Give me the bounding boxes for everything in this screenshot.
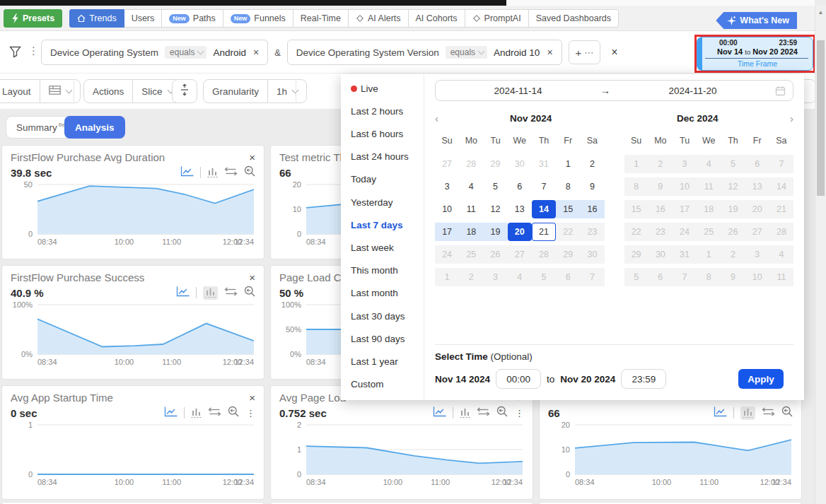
date-preset-last-month[interactable]: Last month [351,286,424,300]
filter-operator-dropdown[interactable]: equals [165,46,206,59]
calendar-day-nov-12[interactable]: 12 [483,200,507,218]
card-menu-icon[interactable]: ⋮ [246,408,255,418]
nav-item-trends[interactable]: Trends [69,9,124,28]
close-card-icon[interactable]: × [249,392,255,403]
compare-swap-icon[interactable] [477,406,490,419]
calendar-day-nov-13[interactable]: 13 [508,200,532,218]
date-preset-yesterday[interactable]: Yesterday [351,195,424,209]
date-preset-live[interactable]: Live [351,81,424,95]
toolbar-divider [296,81,296,102]
clear-filters-button[interactable]: × [611,46,617,59]
calendar-day-nov-28[interactable]: 28 [459,155,483,173]
filter-funnel-icon[interactable] [8,45,22,61]
calendar-day-nov-15[interactable]: 15 [556,200,580,218]
nav-item-presets[interactable]: Presets [4,9,62,28]
from-time-input[interactable]: 00:00 [496,369,541,389]
calendar-day-nov-16[interactable]: 16 [580,200,604,218]
bar-chart-icon[interactable] [203,286,218,300]
to-time-input[interactable]: 23:59 [621,369,666,389]
calendar-day-nov-9[interactable]: 9 [580,177,604,196]
line-chart-icon[interactable] [176,286,190,300]
date-preset-today[interactable]: Today [351,172,424,187]
calendar-day-nov-7[interactable]: 7 [532,177,556,196]
nav-item-promptai[interactable]: PromptAI [465,9,529,28]
remove-filter-icon[interactable]: × [253,47,259,58]
add-filter-button[interactable]: +⋯ [569,40,601,64]
calendar-day-nov-2[interactable]: 2 [580,155,604,173]
date-preset-last-7-days[interactable]: Last 7 days [351,218,424,232]
zoom-icon[interactable] [228,406,239,420]
date-range-input[interactable]: 2024-11-14 → 2024-11-20 [435,80,793,101]
date-preset-last-30-days[interactable]: Last 30 days [351,309,424,323]
calendar-day-nov-6[interactable]: 6 [508,177,532,196]
remove-filter-icon[interactable]: × [547,47,552,58]
calendar-day-nov-21[interactable]: 21 [532,223,556,241]
apply-button[interactable]: Apply [738,369,784,389]
whats-new-button[interactable]: What's New [716,12,797,29]
compare-swap-icon[interactable] [224,286,238,299]
zoom-icon[interactable] [496,406,508,420]
line-chart-icon[interactable] [180,166,194,180]
card-menu-icon[interactable]: ⋮ [515,408,524,418]
calendar-day-nov-29[interactable]: 29 [483,155,507,173]
tab-analysis[interactable]: Analysis [64,116,125,139]
compare-swap-icon[interactable] [208,406,221,419]
filter-chip-device-operating-system-version[interactable]: Device Operating System VersionequalsAnd… [287,40,562,65]
calendar-day-nov-14[interactable]: 14 [532,200,556,218]
compare-swap-icon[interactable] [224,166,238,179]
timeframe-widget[interactable]: 00:00 23:59 Nov 14 to Nov 20 2024 Time F… [697,37,813,71]
calendar-day-nov-19[interactable]: 19 [483,223,507,241]
calendar-day-nov-1[interactable]: 1 [556,155,580,173]
bar-chart-icon[interactable] [207,168,218,178]
page-scrollbar[interactable]: ▲ [815,6,826,504]
date-preset-this-month[interactable]: This month [351,264,424,278]
calendar-day-nov-17[interactable]: 17 [435,223,459,241]
line-chart-icon[interactable] [714,406,727,420]
split-view-button[interactable] [172,79,197,103]
zoom-icon[interactable] [244,286,255,300]
calendar-day-nov-18[interactable]: 18 [459,223,483,241]
calendar-day-nov-11[interactable]: 11 [459,200,483,218]
nav-item-saved-dashboards[interactable]: Saved Dashboards [528,9,619,28]
date-preset-last-2-hours[interactable]: Last 2 hours [351,104,424,118]
nav-item-real-time[interactable]: Real-Time [293,9,349,28]
calendar-day-nov-8[interactable]: 8 [556,177,580,196]
date-preset-last-90-days[interactable]: Last 90 days [351,332,424,346]
scrollbar-up-arrow[interactable]: ▲ [815,9,826,16]
calendar-day-nov-5[interactable]: 5 [483,177,507,196]
close-card-icon[interactable]: × [249,272,255,283]
granularity-dropdown[interactable]: 1h [267,80,306,102]
calendar-day-nov-30[interactable]: 30 [508,155,532,173]
date-preset-last-24-hours[interactable]: Last 24 hours [351,150,424,164]
calendar-day-nov-27[interactable]: 27 [435,155,459,173]
calendar-day-nov-31[interactable]: 31 [532,155,556,173]
scrollbar-thumb[interactable] [817,40,825,196]
nav-item-funnels[interactable]: NewFunnels [223,9,293,28]
calendar-day-nov-3[interactable]: 3 [435,177,459,196]
prev-month-chevron[interactable]: ‹ [435,112,448,124]
next-month-chevron[interactable]: › [781,112,793,124]
nav-item-ai-cohorts[interactable]: AI Cohorts [408,9,465,28]
date-preset-custom[interactable]: Custom [351,377,424,392]
zoom-icon[interactable] [244,165,255,180]
bar-chart-icon[interactable] [740,406,755,420]
calendar-day-nov-20[interactable]: 20 [508,223,532,241]
nav-item-ai-alerts[interactable]: AI Alerts [348,9,409,28]
zoom-icon[interactable] [781,406,793,420]
date-preset-last-6-hours[interactable]: Last 6 hours [351,127,424,141]
filter-chip-device-operating-system[interactable]: Device Operating SystemequalsAndroid× [41,40,268,65]
nav-item-paths[interactable]: NewPaths [161,9,223,28]
bar-chart-icon[interactable] [191,408,202,418]
nav-item-users[interactable]: Users [124,9,163,28]
date-preset-last-week[interactable]: Last week [351,241,424,255]
line-chart-icon[interactable] [433,406,446,420]
calendar-day-nov-4[interactable]: 4 [459,177,483,196]
bar-chart-icon[interactable] [460,408,470,418]
filter-menu-icon[interactable]: ⋮ [28,45,39,57]
compare-swap-icon[interactable] [762,406,775,419]
calendar-day-nov-10[interactable]: 10 [435,200,459,218]
close-card-icon[interactable]: × [249,152,255,163]
date-preset-last-1-year[interactable]: Last 1 year [351,355,424,369]
line-chart-icon[interactable] [164,406,178,420]
filter-operator-dropdown[interactable]: equals [446,46,487,59]
